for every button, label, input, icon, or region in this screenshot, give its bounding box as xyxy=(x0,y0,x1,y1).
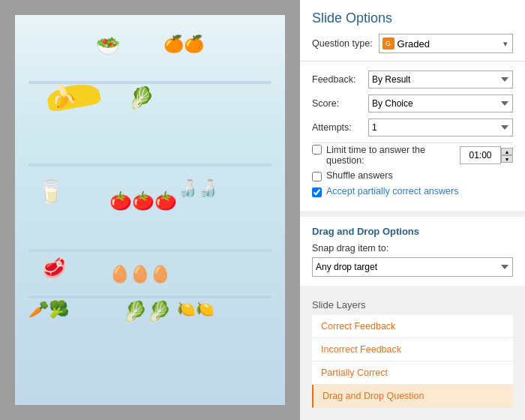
shelf-2 xyxy=(28,164,272,166)
limit-time-row: Limit time to answer the question: ▲ ▼ xyxy=(312,145,513,166)
panel-content[interactable]: Feedback: By Result By Choice None Score… xyxy=(300,62,525,420)
layer-correct-feedback[interactable]: Correct Feedback xyxy=(312,315,513,338)
fridge-background: 🥗 🍊🍊 🥬 🥛 🍅🍅🍅 🍶🍶 🥩 🥚🥚🥚 🥕🥦 🥬🥬 🍋🍋 xyxy=(15,15,285,405)
time-spinners: ▲ ▼ xyxy=(501,148,513,163)
layer-incorrect-feedback[interactable]: Incorrect Feedback xyxy=(312,338,513,362)
graded-icon: G xyxy=(382,38,394,50)
panel-header: Slide Options Question type: G Graded xyxy=(300,0,525,62)
shelf-3 xyxy=(28,249,272,252)
time-input[interactable] xyxy=(460,146,501,164)
time-input-wrap: ▲ ▼ xyxy=(460,146,513,164)
section-separator-1 xyxy=(300,211,525,217)
limit-time-label: Limit time to answer the question: xyxy=(326,145,455,166)
shuffle-label: Shuffle answers xyxy=(326,170,393,181)
limit-time-checkbox[interactable] xyxy=(312,145,322,154)
attempts-select[interactable]: 1 2 3 Unlimited xyxy=(368,118,513,136)
drag-drop-heading: Drag and Drop Options xyxy=(312,226,513,237)
slide-layers-title: Slide Layers xyxy=(312,299,513,310)
food-fruit: 🍊🍊 xyxy=(164,34,204,54)
food-tomatoes: 🍅🍅🍅 xyxy=(110,190,177,212)
food-bottles: 🍶🍶 xyxy=(177,178,218,198)
shelf-4 xyxy=(28,296,272,298)
attempts-row: Attempts: 1 2 3 Unlimited xyxy=(312,118,513,136)
accept-partial-row: Accept partially correct answers xyxy=(312,186,513,197)
accept-partial-label: Accept partially correct answers xyxy=(326,186,458,196)
snap-label: Snap drag item to: xyxy=(312,243,513,254)
section-separator-2 xyxy=(300,286,525,292)
food-greens: 🥬 xyxy=(128,86,154,110)
time-spin-down[interactable]: ▼ xyxy=(501,155,513,163)
food-bowl: 🥗 xyxy=(96,34,120,58)
question-type-label: Question type: xyxy=(312,38,373,49)
attempts-label: Attempts: xyxy=(312,122,368,133)
feedback-select[interactable]: By Result By Choice None xyxy=(368,70,513,88)
score-select[interactable]: By Choice By Result xyxy=(368,94,513,112)
shuffle-checkbox[interactable] xyxy=(312,172,322,182)
question-type-select-wrapper: G Graded xyxy=(379,34,513,53)
food-meat: 🥩 xyxy=(42,256,66,280)
slide-layers-section: Slide Layers Correct Feedback Incorrect … xyxy=(300,292,525,408)
time-spin-up[interactable]: ▲ xyxy=(501,148,513,155)
feedback-row: Feedback: By Result By Choice None xyxy=(312,70,513,88)
limit-time-label-wrap: Limit time to answer the question: xyxy=(312,145,455,166)
question-type-select[interactable]: G Graded xyxy=(379,34,513,53)
snap-select[interactable]: Any drop target Correct drop target xyxy=(312,257,513,277)
food-lemon: 🍋🍋 xyxy=(177,300,214,318)
layer-partially-correct[interactable]: Partially Correct xyxy=(312,362,513,385)
shuffle-row: Shuffle answers xyxy=(312,170,513,182)
layer-drag-drop-question[interactable]: Drag and Drop Question xyxy=(312,385,513,408)
food-cabbage: 🥬🥬 xyxy=(123,300,171,323)
panel-title: Slide Options xyxy=(312,10,513,26)
food-veggies: 🥕🥦 xyxy=(28,300,69,320)
feedback-label: Feedback: xyxy=(312,74,368,85)
options-section: Feedback: By Result By Choice None Score… xyxy=(300,62,525,211)
slide-preview: 🥗 🍊🍊 🥬 🥛 🍅🍅🍅 🍶🍶 🥩 🥚🥚🥚 🥕🥦 🥬🥬 🍋🍋 xyxy=(0,0,300,420)
score-row: Score: By Choice By Result xyxy=(312,94,513,112)
question-type-row: Question type: G Graded xyxy=(312,34,513,53)
score-label: Score: xyxy=(312,98,368,109)
drag-drop-section: Drag and Drop Options Snap drag item to:… xyxy=(300,217,525,286)
food-milk: 🥛 xyxy=(37,178,64,205)
divider-1 xyxy=(312,142,513,143)
slide-inner: 🥗 🍊🍊 🥬 🥛 🍅🍅🍅 🍶🍶 🥩 🥚🥚🥚 🥕🥦 🥬🥬 🍋🍋 xyxy=(15,15,285,405)
accept-partial-checkbox[interactable] xyxy=(312,188,322,197)
food-eggs: 🥚🥚🥚 xyxy=(110,265,170,284)
food-bananas xyxy=(46,81,101,112)
side-panel: Slide Options Question type: G Graded Fe… xyxy=(300,0,525,420)
question-type-value: Graded xyxy=(398,38,430,50)
